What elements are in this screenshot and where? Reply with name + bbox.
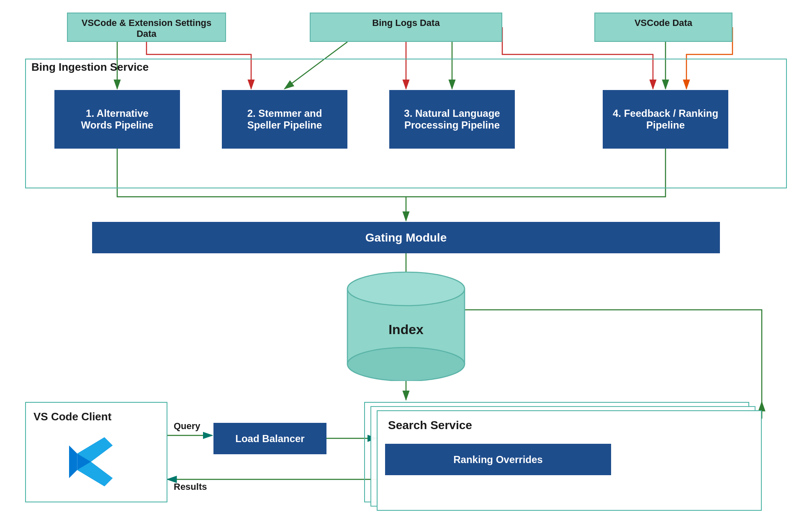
datasource-bing-logs: Bing Logs Data: [310, 13, 502, 42]
svg-point-14: [347, 272, 465, 306]
vscode-client-label: VS Code Client: [33, 410, 111, 423]
pipeline-3: 3. Natural Language Processing Pipeline: [389, 90, 515, 149]
results-label: Results: [174, 481, 207, 492]
pipeline-2: 2. Stemmer and Speller Pipeline: [222, 90, 347, 149]
query-label: Query: [174, 421, 200, 432]
index-database: Index: [343, 268, 469, 381]
pipeline-1: 1. Alternative Words Pipeline: [54, 90, 180, 149]
svg-point-15: [347, 347, 465, 381]
pipeline-4: 4. Feedback / Ranking Pipeline: [603, 90, 728, 149]
diagram-container: VSCode & Extension Settings Data Bing Lo…: [0, 0, 812, 525]
svg-text:Index: Index: [388, 322, 424, 337]
ingestion-service-label: Bing Ingestion Service: [31, 61, 149, 74]
datasource-vscode-ext: VSCode & Extension Settings Data: [67, 13, 226, 42]
datasource-vscode-data: VSCode Data: [594, 13, 732, 42]
search-service-label: Search Service: [388, 419, 472, 432]
vscode-client-box: VS Code Client: [25, 402, 167, 502]
load-balancer: Load Balancer: [213, 423, 326, 454]
svg-marker-18: [69, 445, 77, 478]
ranking-overrides: Ranking Overrides: [385, 444, 611, 475]
vscode-logo-icon: [64, 435, 118, 489]
gating-module: Gating Module: [92, 222, 720, 253]
